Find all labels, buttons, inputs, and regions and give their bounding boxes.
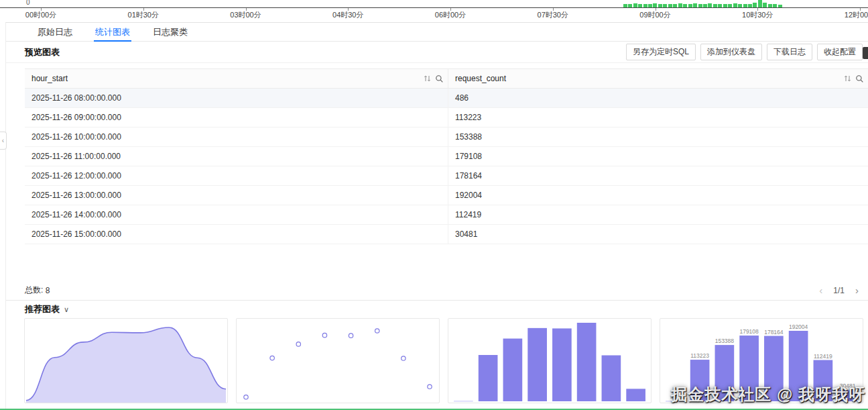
axis-tick-label: 03时00分 — [230, 10, 261, 20]
cell-hour-start: 2025-11-26 12:00:00.000 — [25, 166, 448, 185]
next-page-icon[interactable]: › — [855, 285, 859, 296]
table-row[interactable]: 2025-11-26 14:00:00.000112419 — [25, 205, 868, 225]
log-analytics-page: 0 00时00分01时30分03时00分04时30分06时00分07时30分09… — [0, 0, 868, 410]
recommended-charts-title: 推荐图表 — [25, 303, 60, 315]
axis-tick-label: 00时00分 — [25, 10, 56, 20]
recommended-charts-header[interactable]: 推荐图表 ∨ — [25, 303, 69, 315]
svg-text:192004: 192004 — [789, 323, 808, 330]
preview-chart-title: 预览图表 — [25, 46, 60, 58]
search-icon[interactable] — [435, 74, 444, 83]
svg-text:30481: 30481 — [840, 382, 856, 389]
sort-icon[interactable] — [844, 74, 851, 83]
axis-tick-label: 01时30分 — [128, 10, 159, 20]
tab-stat-charts[interactable]: 统计图表 — [84, 23, 141, 41]
time-axis-labels: 00时00分01时30分03时00分04时30分06时00分07时30分09时0… — [0, 10, 868, 20]
tabs-bar: 原始日志统计图表日志聚类 — [6, 23, 868, 42]
toolbar: 预览图表 另存为定时SQL添加到仪表盘下载日志收起配置 — [6, 42, 868, 63]
axis-tick-label: 10时30分 — [742, 10, 773, 20]
column-header-request-count[interactable]: request_count — [448, 69, 868, 88]
chevron-down-icon[interactable]: ∨ — [64, 305, 69, 314]
add-to-dashboard-button[interactable]: 添加到仪表盘 — [700, 44, 762, 60]
cell-hour-start: 2025-11-26 14:00:00.000 — [25, 205, 448, 224]
time-histogram[interactable]: 0 00时00分01时30分03时00分04时30分06时00分07时30分09… — [0, 0, 868, 22]
cell-request-count: 486 — [448, 89, 868, 107]
axis-tick-label: 06时00分 — [435, 10, 466, 20]
chart-card-bar[interactable] — [448, 318, 652, 403]
table-row[interactable]: 2025-11-26 10:00:00.000153388 — [25, 127, 868, 147]
histogram-bar[interactable] — [758, 0, 762, 7]
histogram-bar[interactable] — [753, 3, 757, 7]
svg-text:153388: 153388 — [715, 338, 735, 344]
svg-text:178164: 178164 — [764, 329, 784, 336]
search-icon[interactable] — [855, 74, 864, 83]
total-value: 8 — [46, 286, 50, 295]
config-drawer-handle[interactable] — [863, 47, 868, 59]
cell-request-count: 192004 — [448, 186, 868, 205]
table-footer: 总数: 8 ‹ 1/1 › — [6, 280, 868, 301]
table-row[interactable]: 2025-11-26 09:00:00.000113223 — [25, 108, 868, 127]
table-row[interactable]: 2025-11-26 12:00:00.000178164 — [25, 166, 868, 186]
column-header-hour-start[interactable]: hour_start — [25, 69, 448, 88]
sort-icon[interactable] — [424, 74, 431, 83]
table-row[interactable]: 2025-11-26 15:00:00.00030481 — [25, 225, 868, 244]
axis-tick-label: 07时30分 — [538, 10, 568, 20]
pagination: ‹ 1/1 › — [819, 285, 859, 296]
svg-text:486: 486 — [670, 394, 680, 401]
cell-request-count: 178164 — [448, 166, 868, 185]
cell-request-count: 179108 — [448, 147, 868, 166]
tab-raw-logs[interactable]: 原始日志 — [26, 23, 84, 41]
axis-tick-label: 04时30分 — [332, 10, 363, 20]
prev-page-icon[interactable]: ‹ — [819, 285, 822, 296]
table-row[interactable]: 2025-11-26 11:00:00.000179108 — [25, 147, 868, 166]
histogram-bar[interactable] — [763, 3, 767, 7]
cell-request-count: 113223 — [448, 108, 868, 127]
histogram-bars — [0, 0, 868, 7]
cell-request-count: 112419 — [448, 205, 868, 224]
table-row[interactable]: 2025-11-26 08:00:00.000486 — [25, 89, 868, 108]
total-label: 总数: — [25, 285, 43, 296]
cell-hour-start: 2025-11-26 10:00:00.000 — [25, 127, 448, 146]
column-title: request_count — [455, 74, 506, 83]
cell-hour-start: 2025-11-26 11:00:00.000 — [25, 147, 448, 166]
tab-log-cluster[interactable]: 日志聚类 — [141, 23, 199, 41]
page-indicator: 1/1 — [833, 286, 845, 295]
table-row[interactable]: 2025-11-26 13:00:00.000192004 — [25, 186, 868, 205]
axis-tick-label: 09时00分 — [639, 10, 670, 20]
svg-text:112419: 112419 — [814, 353, 832, 360]
cell-hour-start: 2025-11-26 13:00:00.000 — [25, 186, 448, 205]
result-table: hour_start request_count — [25, 68, 868, 244]
download-logs-button[interactable]: 下载日志 — [767, 44, 812, 60]
cell-request-count: 153388 — [448, 127, 868, 146]
save-as-scheduled-sql-button[interactable]: 另存为定时SQL — [626, 44, 696, 60]
column-title: hour_start — [32, 74, 68, 83]
table-header: hour_start request_count — [25, 68, 868, 89]
axis-tick-label: 12时00分 — [845, 10, 868, 20]
table-body: 2025-11-26 08:00:00.0004862025-11-26 09:… — [25, 89, 868, 244]
svg-text:113223: 113223 — [690, 352, 709, 359]
cell-hour-start: 2025-11-26 09:00:00.000 — [25, 108, 448, 127]
collapse-sidebar-handle[interactable]: ‹ — [0, 132, 7, 150]
column-header-icons — [844, 74, 864, 83]
chart-card-scatter[interactable] — [236, 318, 440, 403]
toolbar-buttons: 另存为定时SQL添加到仪表盘下载日志收起配置 — [626, 44, 863, 60]
cell-hour-start: 2025-11-26 08:00:00.000 — [25, 89, 448, 107]
collapse-config-button[interactable]: 收起配置 — [817, 44, 863, 60]
recommended-charts: 4861132231533881791081781641920041124193… — [24, 318, 863, 403]
cell-request-count: 30481 — [448, 225, 868, 244]
column-header-icons — [424, 74, 444, 83]
chart-card-labeled-bar[interactable]: 4861132231533881791081781641920041124193… — [660, 318, 863, 403]
cell-hour-start: 2025-11-26 15:00:00.000 — [25, 225, 448, 244]
main-panel: 原始日志统计图表日志聚类 预览图表 另存为定时SQL添加到仪表盘下载日志收起配置… — [5, 22, 868, 410]
svg-text:179108: 179108 — [739, 328, 759, 335]
chart-card-area[interactable] — [24, 318, 228, 403]
